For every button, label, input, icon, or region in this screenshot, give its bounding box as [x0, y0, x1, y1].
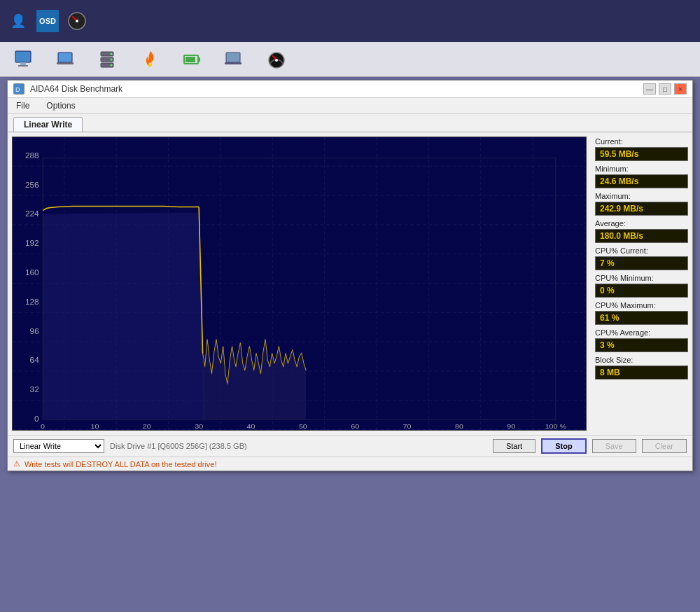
svg-text:0: 0: [41, 422, 45, 430]
svg-text:30: 30: [195, 422, 203, 430]
main-window: D AIDA64 Disk Benchmark — □ × File Optio…: [7, 80, 693, 471]
bottom-controls: Linear Write Disk Drive #1 [Q600S 256G] …: [8, 435, 692, 457]
svg-point-19: [275, 59, 278, 62]
computer-icon: [14, 50, 35, 69]
svg-marker-48: [43, 212, 205, 419]
svg-rect-2: [15, 51, 31, 62]
close-button[interactable]: ×: [674, 83, 687, 95]
svg-text:256: 256: [25, 181, 39, 189]
minimize-button[interactable]: —: [643, 83, 656, 95]
svg-rect-3: [20, 62, 26, 65]
svg-text:D: D: [15, 86, 20, 93]
svg-text:0: 0: [34, 415, 39, 423]
icon-bar: [0, 42, 700, 77]
svg-text:192: 192: [25, 239, 39, 248]
save-button[interactable]: Save: [592, 439, 636, 453]
cpu-avg-label: CPU% Average:: [595, 328, 688, 337]
svg-text:64: 64: [30, 356, 39, 365]
svg-rect-16: [226, 53, 240, 62]
svg-rect-5: [58, 53, 72, 62]
computer-icon-btn[interactable]: [14, 50, 35, 69]
svg-text:288: 288: [25, 151, 39, 160]
menu-bar: File Options: [8, 98, 692, 114]
flame-icon-btn[interactable]: [140, 50, 161, 69]
window-app-icon: D: [13, 83, 24, 95]
clear-button[interactable]: Clear: [642, 439, 687, 453]
svg-text:90: 90: [507, 422, 515, 430]
laptop-icon-btn[interactable]: [56, 50, 77, 69]
cpu-current-value: 7 %: [595, 256, 688, 270]
chart-container: MB/s 20:33 18:46: [8, 132, 591, 435]
svg-text:100 %: 100 %: [545, 422, 567, 430]
speedometer-icon-btn[interactable]: [266, 50, 287, 69]
svg-point-1: [76, 20, 78, 22]
current-value: 59.5 MB/s: [595, 147, 688, 161]
content-area: MB/s 20:33 18:46: [8, 132, 692, 435]
svg-text:70: 70: [403, 422, 412, 430]
svg-text:20: 20: [143, 422, 151, 430]
tab-bar: Linear Write: [8, 114, 692, 132]
svg-text:80: 80: [455, 422, 463, 430]
stop-button[interactable]: Stop: [541, 438, 586, 454]
server-icon-btn[interactable]: [98, 50, 119, 69]
warning-bar: ⚠ Write tests will DESTROY ALL DATA on t…: [8, 457, 692, 471]
flame-icon: [140, 50, 161, 69]
svg-point-10: [111, 53, 113, 55]
warning-icon: ⚠: [13, 459, 20, 468]
svg-text:10: 10: [90, 422, 99, 430]
gauge-taskbar-icon[interactable]: [66, 10, 88, 32]
svg-text:40: 40: [247, 422, 255, 430]
svg-text:60: 60: [351, 422, 359, 430]
current-label: Current:: [595, 137, 688, 146]
speedometer-icon: [266, 50, 287, 69]
cpu-min-label: CPU% Minimum:: [595, 274, 688, 282]
laptop2-icon: [224, 50, 245, 69]
svg-point-11: [111, 58, 113, 60]
osd-icon[interactable]: OSD: [36, 10, 59, 32]
svg-text:224: 224: [25, 210, 39, 218]
svg-text:128: 128: [25, 298, 39, 306]
svg-rect-4: [18, 65, 28, 67]
battery-icon: [182, 50, 203, 69]
chart-wrapper: MB/s 20:33 18:46: [12, 137, 587, 431]
start-button[interactable]: Start: [493, 439, 536, 453]
warning-text: Write tests will DESTROY ALL DATA on the…: [24, 460, 217, 468]
svg-point-12: [111, 64, 113, 66]
stats-panel: Current: 59.5 MB/s Minimum: 24.6 MB/s Ma…: [591, 132, 692, 435]
svg-rect-6: [57, 62, 74, 64]
block-size-value: 8 MB: [595, 366, 688, 380]
svg-rect-15: [186, 57, 195, 62]
laptop-icon: [56, 50, 77, 69]
cpu-avg-value: 3 %: [595, 338, 688, 352]
server-icon: [98, 50, 119, 69]
svg-rect-17: [225, 62, 241, 64]
svg-text:160: 160: [25, 268, 39, 277]
file-menu[interactable]: File: [13, 99, 32, 112]
cpu-min-value: 0 %: [595, 284, 688, 298]
average-value: 180.0 MB/s: [595, 229, 688, 243]
maximum-label: Maximum:: [595, 192, 688, 200]
svg-text:32: 32: [30, 386, 39, 394]
maximize-button[interactable]: □: [659, 83, 671, 95]
window-title-text: AIDA64 Disk Benchmark: [30, 84, 122, 94]
battery-icon-btn[interactable]: [182, 50, 203, 69]
cpu-current-label: CPU% Current:: [595, 246, 688, 255]
chart-svg: 288 256 224 192 160 128 96 64 32 0 0 10 …: [13, 137, 586, 430]
average-label: Average:: [595, 219, 688, 228]
cpu-max-label: CPU% Maximum:: [595, 301, 688, 310]
linear-write-tab[interactable]: Linear Write: [13, 117, 83, 132]
svg-text:50: 50: [299, 422, 307, 430]
minimum-label: Minimum:: [595, 165, 688, 173]
svg-text:96: 96: [30, 327, 39, 335]
laptop2-icon-btn[interactable]: [224, 50, 245, 69]
window-title-area: D AIDA64 Disk Benchmark: [13, 83, 122, 95]
block-size-label: Block Size:: [595, 356, 688, 364]
user-icon: 👤: [7, 10, 29, 32]
minimum-value: 24.6 MB/s: [595, 174, 688, 188]
window-controls: — □ ×: [643, 83, 687, 95]
disk-label: Disk Drive #1 [Q600S 256G] (238.5 GB): [110, 442, 487, 450]
maximum-value: 242.9 MB/s: [595, 202, 688, 216]
cpu-max-value: 61 %: [595, 311, 688, 325]
test-type-dropdown[interactable]: Linear Write: [13, 439, 104, 453]
options-menu[interactable]: Options: [43, 99, 78, 112]
